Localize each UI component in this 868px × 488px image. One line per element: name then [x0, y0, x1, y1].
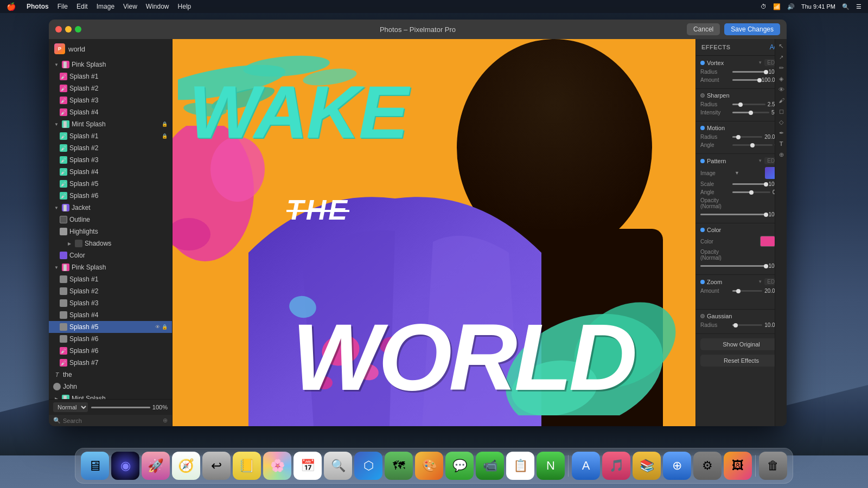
effect-vortex-header[interactable]: Vortex ▼ EDIT	[700, 59, 782, 66]
dock-photos[interactable]: 🌸	[263, 452, 291, 480]
dock-trash[interactable]: 🗑	[759, 452, 787, 480]
menu-image[interactable]: Image	[97, 3, 114, 10]
effect-slider[interactable]	[732, 324, 762, 326]
volume-icon[interactable]: 🔊	[787, 3, 795, 10]
effect-thumb[interactable]	[764, 182, 768, 187]
effect-chevron[interactable]: ▼	[758, 279, 762, 284]
effect-slider[interactable]	[732, 183, 766, 185]
zoom-tool[interactable]: ⊕	[776, 150, 786, 159]
effect-zoom-header[interactable]: Zoom ▼ EDIT	[700, 278, 782, 285]
layer-splash-2c[interactable]: Splash #2	[49, 285, 172, 297]
effect-slider[interactable]	[732, 71, 766, 73]
dock-launchpad[interactable]: 🚀	[142, 452, 170, 480]
layer-splash-5c[interactable]: Splash #5 👁 🔒	[49, 321, 172, 333]
dock-appstore2[interactable]: ⊕	[663, 452, 691, 480]
effect-slider[interactable]	[732, 112, 769, 113]
layer-splash-1a[interactable]: 🖌 Splash #1	[49, 70, 172, 82]
wifi-icon[interactable]: 📶	[773, 3, 781, 10]
dock-itunes[interactable]: 🎵	[602, 452, 630, 480]
layer-the[interactable]: T the	[49, 369, 172, 381]
effect-enabled-dot[interactable]	[700, 159, 705, 163]
opacity-slider-track[interactable]	[91, 407, 150, 408]
layer-toggle[interactable]: ▶	[66, 240, 73, 247]
effect-gaussian-header[interactable]: Gaussian ▼	[700, 313, 782, 319]
time-machine-icon[interactable]: ⏱	[761, 3, 767, 10]
effect-enabled-dot[interactable]	[700, 280, 705, 284]
effect-chevron[interactable]: ▼	[758, 158, 762, 163]
filter-icon[interactable]: ⊕	[163, 417, 168, 424]
layer-mint-splash-group[interactable]: ▼ ▊ Mint Splash 🔒	[49, 118, 172, 130]
dock-safari[interactable]: 🧭	[172, 452, 200, 480]
image-chevron[interactable]: ▼	[735, 170, 739, 176]
effect-slider[interactable]	[700, 214, 766, 215]
dock-facetime[interactable]: 📹	[476, 452, 504, 480]
layer-splash-1b[interactable]: 🖌 Splash #1 🔒	[49, 130, 172, 142]
dock-artboard[interactable]: 🎨	[415, 452, 443, 480]
minimize-button[interactable]	[65, 26, 72, 33]
effect-slider[interactable]	[700, 265, 766, 267]
effect-thumb[interactable]	[764, 213, 768, 217]
layer-shadows[interactable]: ▶ Shadows	[49, 237, 172, 249]
menu-photos[interactable]: Photos	[27, 3, 49, 10]
show-original-button[interactable]: Show Original	[700, 338, 782, 350]
menu-edit[interactable]: Edit	[76, 3, 88, 10]
menu-help[interactable]: Help	[178, 3, 192, 10]
cursor-tool[interactable]: ↖	[776, 41, 786, 51]
color-swatch[interactable]	[760, 236, 775, 247]
layer-toggle[interactable]: ▼	[53, 204, 60, 211]
layer-splash-3c[interactable]: Splash #3	[49, 297, 172, 309]
dock-system-prefs[interactable]: ⚙	[693, 452, 722, 480]
apple-menu[interactable]: 🍎	[7, 2, 16, 11]
layer-toggle[interactable]: ▼	[53, 264, 60, 271]
layer-toggle[interactable]: ▶	[53, 395, 60, 399]
effect-thumb[interactable]	[738, 102, 743, 107]
layer-splash-2b[interactable]: 🖌 Splash #2	[49, 142, 172, 154]
effect-pattern-header[interactable]: Pattern ▼ EDIT	[700, 157, 782, 164]
effect-slider[interactable]	[732, 144, 773, 146]
reset-effects-button[interactable]: Reset Effects	[700, 355, 782, 367]
layer-outline[interactable]: Outline	[49, 214, 172, 226]
search-input[interactable]	[63, 418, 161, 424]
layer-splash-4b[interactable]: 🖌 Splash #4	[49, 166, 172, 178]
effect-slider[interactable]	[732, 79, 760, 81]
menu-file[interactable]: File	[58, 3, 68, 10]
effect-thumb[interactable]	[736, 289, 741, 293]
effect-slider[interactable]	[732, 104, 765, 105]
dock-reminders[interactable]: 📋	[506, 452, 534, 480]
paint-tool-2[interactable]: 🖌	[776, 95, 786, 105]
effect-slider[interactable]	[732, 191, 770, 193]
effect-thumb[interactable]	[736, 135, 741, 139]
effect-thumb[interactable]	[749, 111, 753, 115]
layer-pink-splash-group2[interactable]: ▼ ▊ Pink Splash	[49, 261, 172, 273]
effect-slider[interactable]	[732, 136, 762, 138]
layer-splash-2a[interactable]: 🖌 Splash #2	[49, 82, 172, 94]
layer-splash-6c2[interactable]: 🖌 Splash #6	[49, 345, 172, 357]
dock-numbers[interactable]: N	[537, 452, 565, 480]
menu-window[interactable]: Window	[146, 3, 169, 10]
effect-thumb[interactable]	[764, 264, 768, 268]
canvas-area[interactable]: WAKE	[173, 39, 695, 426]
layer-splash-3b[interactable]: 🖌 Splash #3	[49, 154, 172, 166]
dock-siri[interactable]: ◉	[111, 452, 139, 480]
layer-splash-1c[interactable]: Splash #1	[49, 273, 172, 285]
eye-tool[interactable]: 👁	[776, 85, 786, 94]
layer-splash-6c[interactable]: Splash #6	[49, 333, 172, 345]
cancel-button[interactable]: Cancel	[687, 23, 720, 35]
layer-splash-3a[interactable]: 🖌 Splash #3	[49, 94, 172, 106]
dock-stickies[interactable]: 📒	[233, 452, 261, 480]
layer-mint-splash-group2[interactable]: ▶ ▊ Mint Splash	[49, 393, 172, 399]
notification-icon[interactable]: ☰	[856, 3, 861, 10]
dock-finder[interactable]: 🖥	[81, 452, 109, 480]
close-button[interactable]	[55, 26, 62, 33]
layer-jacket-group[interactable]: ▼ ▊ Jacket	[49, 202, 172, 214]
layers-list[interactable]: ▼ ▊ Pink Splash 🖌 Splash #1 🖌 Splash #2 …	[49, 56, 172, 399]
dock-messages[interactable]: 💬	[445, 452, 474, 480]
layer-john[interactable]: John	[49, 381, 172, 393]
dock-quicklook[interactable]: 🔍	[324, 452, 352, 480]
cursor-tool-2[interactable]: ↗	[776, 52, 786, 62]
layer-splash-6b[interactable]: 🖌 Splash #6	[49, 190, 172, 202]
layer-toggle[interactable]: ▼	[53, 61, 60, 68]
effect-enabled-dot[interactable]	[700, 61, 705, 65]
paint-tool[interactable]: ✏	[776, 63, 786, 73]
eraser-tool[interactable]: ◻	[776, 106, 786, 116]
